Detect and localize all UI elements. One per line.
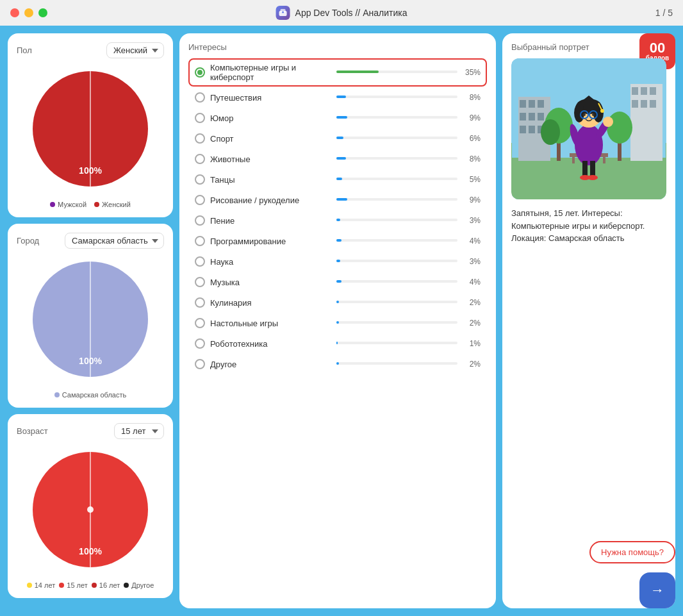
right-column: 00 баллов Выбранный портрет bbox=[502, 33, 675, 608]
score-number: 00 bbox=[650, 41, 665, 55]
legend-label-male: Мужской bbox=[58, 201, 86, 208]
svg-rect-18 bbox=[538, 100, 544, 108]
interest-bar-bg bbox=[336, 219, 457, 221]
city-pie-chart: 100% bbox=[26, 255, 154, 386]
close-button[interactable] bbox=[10, 8, 19, 17]
svg-point-36 bbox=[607, 112, 632, 144]
interest-name: Музыка bbox=[210, 278, 331, 287]
interest-item[interactable]: Программирование4% bbox=[188, 231, 487, 251]
age-label: Возраст bbox=[17, 426, 48, 436]
interest-item[interactable]: Юмор9% bbox=[188, 108, 487, 128]
portrait-description: Запятыня, 15 лет. Интересы: Компьютерные… bbox=[511, 207, 666, 245]
svg-point-11 bbox=[87, 506, 94, 513]
interest-pct: 2% bbox=[463, 319, 481, 328]
city-select[interactable]: Самарская область Москва Санкт-Петербург bbox=[65, 233, 164, 249]
interest-bar-fill bbox=[336, 260, 340, 262]
portrait-card: Выбранный портрет bbox=[502, 33, 675, 608]
interest-radio bbox=[195, 174, 205, 185]
interest-bar-bg bbox=[336, 116, 457, 119]
interest-pct: 8% bbox=[463, 93, 481, 102]
interest-bar-container bbox=[336, 260, 457, 263]
interest-bar-bg bbox=[336, 96, 457, 98]
age-select[interactable]: 14 лет 15 лет 16 лет Другое bbox=[114, 423, 164, 439]
interest-bar-bg bbox=[336, 362, 457, 365]
gender-card: Пол Женский Мужской Все 100% bbox=[8, 33, 173, 217]
legend-female: Женский bbox=[94, 201, 131, 208]
interests-list: Компьютерные игры и киберспорт35%Путешес… bbox=[188, 58, 487, 374]
legend-label-age15: 15 лет bbox=[67, 581, 88, 589]
city-card: Город Самарская область Москва Санкт-Пет… bbox=[8, 224, 173, 408]
interest-item[interactable]: Музыка4% bbox=[188, 272, 487, 292]
gender-header: Пол Женский Мужской Все bbox=[17, 42, 164, 58]
interest-pct: 5% bbox=[463, 175, 481, 184]
interest-name: Программирование bbox=[210, 237, 331, 246]
main-content: Пол Женский Мужской Все 100% bbox=[0, 26, 683, 616]
gender-chart-container: 100% Мужской Женский bbox=[17, 65, 164, 208]
interest-radio bbox=[195, 297, 205, 308]
interest-bar-container bbox=[336, 96, 457, 99]
gender-select[interactable]: Женский Мужской Все bbox=[106, 42, 164, 58]
interest-bar-fill bbox=[336, 280, 342, 283]
interest-radio bbox=[195, 92, 205, 103]
interest-bar-fill bbox=[336, 342, 338, 344]
legend-label-female: Женский bbox=[102, 201, 131, 208]
interest-pct: 8% bbox=[463, 154, 481, 163]
svg-rect-26 bbox=[632, 87, 638, 95]
interest-item[interactable]: Робототехника1% bbox=[188, 334, 487, 353]
gender-pie-chart: 100% bbox=[26, 65, 154, 196]
minimize-button[interactable] bbox=[24, 8, 33, 17]
svg-rect-38 bbox=[572, 157, 575, 163]
interest-item[interactable]: Путешествия8% bbox=[188, 88, 487, 107]
interest-bar-fill bbox=[336, 96, 346, 98]
legend-male: Мужской bbox=[50, 201, 86, 208]
interest-bar-fill bbox=[336, 198, 347, 201]
portrait-scene-svg bbox=[511, 58, 666, 199]
interest-bar-container bbox=[336, 71, 457, 74]
legend-dot-female bbox=[94, 202, 99, 207]
interest-item[interactable]: Настольные игры2% bbox=[188, 313, 487, 333]
svg-rect-31 bbox=[650, 100, 656, 108]
interest-bar-bg bbox=[336, 321, 457, 324]
svg-rect-57 bbox=[579, 103, 598, 106]
interest-name: Настольные игры bbox=[210, 319, 331, 328]
legend-age15: 15 лет bbox=[59, 581, 88, 589]
interest-radio bbox=[195, 338, 205, 349]
interest-bar-container bbox=[336, 321, 457, 325]
interest-name: Наука bbox=[210, 257, 331, 267]
interest-radio bbox=[195, 215, 205, 226]
svg-text:100%: 100% bbox=[79, 356, 102, 366]
interest-item[interactable]: Кулинария2% bbox=[188, 293, 487, 312]
interest-name: Другое bbox=[210, 360, 331, 369]
interest-item[interactable]: Пение3% bbox=[188, 211, 487, 230]
interest-bar-bg bbox=[336, 280, 457, 283]
svg-rect-28 bbox=[650, 87, 656, 95]
legend-age14: 14 лет bbox=[27, 581, 56, 589]
interest-item[interactable]: Животные8% bbox=[188, 149, 487, 169]
interest-item[interactable]: Наука3% bbox=[188, 252, 487, 271]
age-card: Возраст 14 лет 15 лет 16 лет Другое 100% bbox=[8, 414, 173, 598]
next-button[interactable]: → bbox=[639, 572, 675, 608]
interest-bar-bg bbox=[336, 198, 457, 201]
interests-card: Интересы Компьютерные игры и киберспорт3… bbox=[179, 33, 496, 608]
svg-rect-53 bbox=[582, 161, 588, 177]
maximize-button[interactable] bbox=[38, 8, 47, 17]
gender-legend: Мужской Женский bbox=[50, 201, 131, 208]
interest-item[interactable]: Компьютерные игры и киберспорт35% bbox=[188, 58, 487, 87]
interest-item[interactable]: Рисование / рукоделие9% bbox=[188, 190, 487, 210]
interest-radio bbox=[195, 67, 205, 78]
svg-point-49 bbox=[592, 113, 595, 116]
gender-label: Пол bbox=[17, 46, 32, 55]
interest-radio bbox=[195, 236, 205, 246]
interest-item[interactable]: Спорт6% bbox=[188, 129, 487, 148]
age-header: Возраст 14 лет 15 лет 16 лет Другое bbox=[17, 423, 164, 439]
interest-item[interactable]: Другое2% bbox=[188, 354, 487, 374]
interest-item[interactable]: Танцы5% bbox=[188, 170, 487, 189]
interest-bar-fill bbox=[336, 116, 347, 119]
interest-bar-bg bbox=[336, 301, 457, 303]
app-title-area: App Dev Tools // Аналитика bbox=[276, 6, 407, 20]
interest-bar-container bbox=[336, 362, 457, 366]
interest-radio bbox=[195, 113, 205, 123]
interest-pct: 4% bbox=[463, 237, 481, 246]
interest-bar-fill bbox=[336, 301, 339, 303]
help-button[interactable]: Нужна помощь? bbox=[589, 541, 675, 563]
